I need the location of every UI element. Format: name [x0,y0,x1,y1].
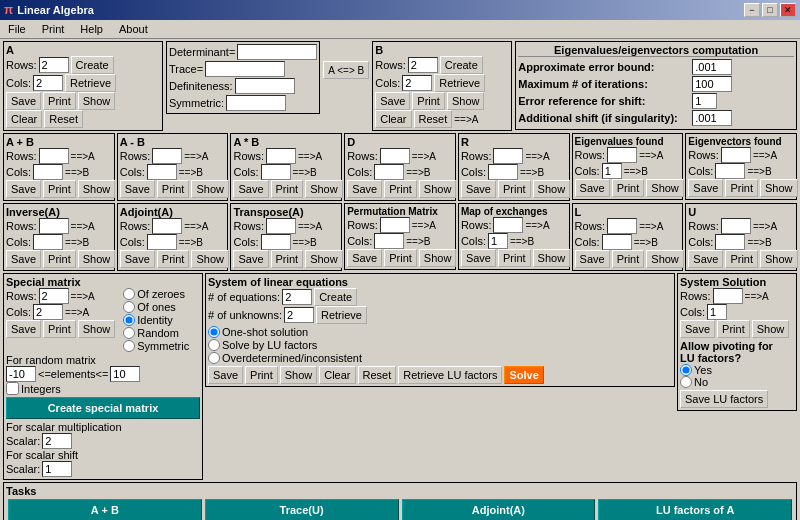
ef-show[interactable]: Show [646,179,684,197]
sm-scalar-mult-input[interactable] [42,433,72,449]
max-iter-input[interactable] [692,76,732,92]
le-retrieve-button[interactable]: Retrieve [316,306,367,324]
sm-identity-radio[interactable] [123,314,135,326]
trans-print[interactable]: Print [271,250,304,268]
matrix-b-save-button[interactable]: Save [375,92,410,110]
ss-rows[interactable] [713,288,743,304]
adj-show[interactable]: Show [191,250,229,268]
apb-print[interactable]: Print [43,180,76,198]
task-apb[interactable]: A + B [8,499,202,520]
ef-cols[interactable] [602,163,622,179]
sm-ones-radio[interactable] [123,301,135,313]
le-save[interactable]: Save [208,366,243,384]
maximize-button[interactable]: □ [762,3,778,17]
ef-save[interactable]: Save [575,179,610,197]
matrix-b-create-button[interactable]: Create [440,56,483,74]
l-save[interactable]: Save [575,250,610,268]
d-cols[interactable] [374,164,404,180]
atb-rows[interactable] [266,148,296,164]
sm-cols-input[interactable] [33,304,63,320]
matrix-b-show-button[interactable]: Show [447,92,485,110]
trans-save[interactable]: Save [233,250,268,268]
sm-create-button[interactable]: Create special matrix [6,397,200,419]
atb-save[interactable]: Save [233,180,268,198]
r-show[interactable]: Show [533,180,571,198]
task-lu-factors[interactable]: LU factors of A [598,499,792,520]
inv-save[interactable]: Save [6,250,41,268]
sm-save[interactable]: Save [6,320,41,338]
menu-file[interactable]: File [4,22,30,36]
inv-rows[interactable] [39,218,69,234]
le-show[interactable]: Show [280,366,318,384]
pivot-yes-radio[interactable] [680,364,692,376]
evf-cols[interactable] [715,163,745,179]
sm-scalar-shift-input[interactable] [42,461,72,477]
apb-show[interactable]: Show [78,180,116,198]
ss-print[interactable]: Print [717,320,750,338]
l-cols[interactable] [602,234,632,250]
atb-show[interactable]: Show [305,180,343,198]
ss-save[interactable]: Save [680,320,715,338]
matrix-b-retrieve-button[interactable]: Retrieve [434,74,485,92]
r-rows[interactable] [493,148,523,164]
add-shift-input[interactable] [692,110,732,126]
task-adjoint[interactable]: Adjoint(A) [402,499,596,520]
ss-cols[interactable] [707,304,727,320]
sym-value[interactable] [226,95,286,111]
d-print[interactable]: Print [384,180,417,198]
perm-print[interactable]: Print [384,249,417,267]
trace-value[interactable] [205,61,285,77]
map-show[interactable]: Show [533,249,571,267]
def-value[interactable] [235,78,295,94]
task-trace[interactable]: Trace(U) [205,499,399,520]
matrix-b-print-button[interactable]: Print [412,92,445,110]
le-clear[interactable]: Clear [319,366,355,384]
amb-cols[interactable] [147,164,177,180]
matrix-a-create-button[interactable]: Create [71,56,114,74]
evf-print[interactable]: Print [725,179,758,197]
sm-min-input[interactable] [6,366,36,382]
close-button[interactable]: ✕ [780,3,796,17]
error-ref-input[interactable] [692,93,717,109]
sm-show[interactable]: Show [78,320,116,338]
matrix-a-print-button[interactable]: Print [43,92,76,110]
u-print[interactable]: Print [725,250,758,268]
amb-rows[interactable] [152,148,182,164]
le-retrieve-lu[interactable]: Retrieve LU factors [398,366,502,384]
apb-cols[interactable] [33,164,63,180]
sm-rows-input[interactable] [39,288,69,304]
inv-print[interactable]: Print [43,250,76,268]
u-show[interactable]: Show [760,250,798,268]
u-rows[interactable] [721,218,751,234]
le-lu-radio[interactable] [208,339,220,351]
sm-random-radio[interactable] [123,327,135,339]
r-print[interactable]: Print [498,180,531,198]
le-oneshot-radio[interactable] [208,326,220,338]
amb-print[interactable]: Print [157,180,190,198]
l-rows[interactable] [607,218,637,234]
amb-show[interactable]: Show [191,180,229,198]
perm-rows[interactable] [380,217,410,233]
matrix-a-clear-button[interactable]: Clear [6,110,42,128]
save-lu-button[interactable]: Save LU factors [680,390,768,408]
map-rows[interactable] [493,217,523,233]
menu-about[interactable]: About [115,22,152,36]
trans-cols[interactable] [261,234,291,250]
ss-show[interactable]: Show [752,320,790,338]
apb-rows[interactable] [39,148,69,164]
pivot-no-radio[interactable] [680,376,692,388]
atb-print[interactable]: Print [271,180,304,198]
matrix-a-save-button[interactable]: Save [6,92,41,110]
ef-print[interactable]: Print [612,179,645,197]
u-cols[interactable] [715,234,745,250]
le-create-button[interactable]: Create [314,288,357,306]
perm-save[interactable]: Save [347,249,382,267]
le-reset[interactable]: Reset [358,366,397,384]
inv-cols[interactable] [33,234,63,250]
adj-cols[interactable] [147,234,177,250]
map-print[interactable]: Print [498,249,531,267]
det-value[interactable] [237,44,317,60]
d-show[interactable]: Show [419,180,457,198]
adj-rows[interactable] [152,218,182,234]
perm-cols[interactable] [374,233,404,249]
